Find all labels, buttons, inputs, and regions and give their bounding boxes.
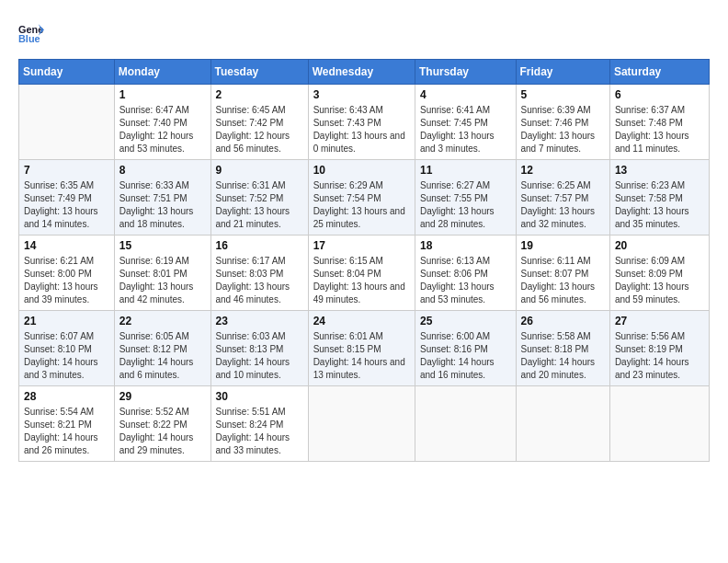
sunrise-text: Sunrise: 6:07 AM [24, 330, 109, 343]
sunrise-text: Sunrise: 6:19 AM [119, 255, 206, 268]
day-info: Sunrise: 5:54 AMSunset: 8:21 PMDaylight:… [24, 406, 109, 457]
day-cell [415, 386, 516, 462]
day-number: 25 [420, 315, 511, 327]
sunrise-text: Sunrise: 6:39 AM [521, 104, 605, 117]
day-cell: 14Sunrise: 6:21 AMSunset: 8:00 PMDayligh… [19, 236, 115, 311]
day-number: 14 [24, 239, 109, 252]
sunset-text: Sunset: 7:49 PM [24, 192, 109, 205]
day-number: 20 [615, 239, 704, 252]
col-header-monday: Monday [114, 60, 210, 85]
daylight-text: Daylight: 14 hours and 16 minutes. [420, 356, 511, 382]
sunrise-text: Sunrise: 6:47 AM [119, 104, 206, 117]
sunrise-text: Sunrise: 6:41 AM [420, 104, 511, 117]
daylight-text: Daylight: 13 hours and 7 minutes. [521, 130, 605, 155]
day-info: Sunrise: 6:11 AMSunset: 8:07 PMDaylight:… [521, 255, 605, 306]
day-info: Sunrise: 6:27 AMSunset: 7:55 PMDaylight:… [420, 179, 511, 231]
day-cell: 2Sunrise: 6:45 AMSunset: 7:42 PMDaylight… [210, 85, 308, 160]
day-cell [19, 85, 115, 160]
daylight-text: Daylight: 13 hours and 53 minutes. [420, 281, 511, 306]
sunrise-text: Sunrise: 6:11 AM [521, 255, 605, 268]
sunrise-text: Sunrise: 6:27 AM [420, 179, 511, 192]
day-info: Sunrise: 6:25 AMSunset: 7:57 PMDaylight:… [521, 179, 605, 231]
daylight-text: Daylight: 13 hours and 3 minutes. [420, 130, 511, 155]
col-header-wednesday: Wednesday [308, 60, 415, 85]
day-info: Sunrise: 5:58 AMSunset: 8:18 PMDaylight:… [521, 330, 605, 382]
daylight-text: Daylight: 14 hours and 3 minutes. [24, 356, 109, 382]
week-row-1: 1Sunrise: 6:47 AMSunset: 7:40 PMDaylight… [19, 85, 710, 160]
day-info: Sunrise: 6:23 AMSunset: 7:58 PMDaylight:… [615, 179, 704, 231]
day-cell: 30Sunrise: 5:51 AMSunset: 8:24 PMDayligh… [210, 386, 308, 462]
day-cell: 25Sunrise: 6:00 AMSunset: 8:16 PMDayligh… [415, 311, 516, 386]
day-info: Sunrise: 6:31 AMSunset: 7:52 PMDaylight:… [216, 179, 303, 231]
sunset-text: Sunset: 7:51 PM [119, 192, 206, 205]
day-cell [609, 386, 709, 462]
sunset-text: Sunset: 8:07 PM [521, 268, 605, 281]
day-info: Sunrise: 6:45 AMSunset: 7:42 PMDaylight:… [216, 104, 303, 155]
sunset-text: Sunset: 8:12 PM [119, 343, 206, 356]
day-number: 3 [313, 88, 410, 101]
sunset-text: Sunset: 8:10 PM [24, 343, 109, 356]
day-number: 5 [521, 88, 605, 101]
daylight-text: Daylight: 13 hours and 18 minutes. [119, 205, 206, 231]
col-header-friday: Friday [516, 60, 609, 85]
daylight-text: Daylight: 13 hours and 28 minutes. [420, 205, 511, 231]
daylight-text: Daylight: 14 hours and 6 minutes. [119, 356, 206, 382]
day-number: 8 [119, 164, 206, 177]
sunset-text: Sunset: 8:19 PM [615, 343, 704, 356]
day-info: Sunrise: 6:03 AMSunset: 8:13 PMDaylight:… [216, 330, 303, 382]
sunrise-text: Sunrise: 5:52 AM [119, 406, 206, 419]
day-number: 30 [216, 390, 303, 403]
sunset-text: Sunset: 8:24 PM [216, 419, 303, 431]
day-info: Sunrise: 6:05 AMSunset: 8:12 PMDaylight:… [119, 330, 206, 382]
sunset-text: Sunset: 7:40 PM [119, 117, 206, 130]
col-header-thursday: Thursday [415, 60, 516, 85]
daylight-text: Daylight: 14 hours and 29 minutes. [119, 431, 206, 457]
sunset-text: Sunset: 8:15 PM [313, 343, 410, 356]
sunset-text: Sunset: 7:48 PM [615, 117, 704, 130]
day-info: Sunrise: 6:37 AMSunset: 7:48 PMDaylight:… [615, 104, 704, 155]
day-cell: 10Sunrise: 6:29 AMSunset: 7:54 PMDayligh… [308, 160, 415, 236]
day-number: 17 [313, 239, 410, 252]
day-number: 27 [615, 315, 704, 327]
sunrise-text: Sunrise: 6:01 AM [313, 330, 410, 343]
daylight-text: Daylight: 13 hours and 14 minutes. [24, 205, 109, 231]
col-header-saturday: Saturday [609, 60, 709, 85]
svg-text:Blue: Blue [18, 33, 40, 44]
sunrise-text: Sunrise: 5:58 AM [521, 330, 605, 343]
day-number: 28 [24, 390, 109, 403]
day-info: Sunrise: 6:21 AMSunset: 8:00 PMDaylight:… [24, 255, 109, 306]
day-cell: 7Sunrise: 6:35 AMSunset: 7:49 PMDaylight… [19, 160, 115, 236]
col-header-sunday: Sunday [19, 60, 115, 85]
day-info: Sunrise: 6:17 AMSunset: 8:03 PMDaylight:… [216, 255, 303, 306]
day-cell: 19Sunrise: 6:11 AMSunset: 8:07 PMDayligh… [516, 236, 609, 311]
sunrise-text: Sunrise: 5:56 AM [615, 330, 704, 343]
day-info: Sunrise: 6:00 AMSunset: 8:16 PMDaylight:… [420, 330, 511, 382]
sunset-text: Sunset: 8:18 PM [521, 343, 605, 356]
daylight-text: Daylight: 13 hours and 25 minutes. [313, 205, 410, 231]
day-cell: 28Sunrise: 5:54 AMSunset: 8:21 PMDayligh… [19, 386, 115, 462]
day-cell: 16Sunrise: 6:17 AMSunset: 8:03 PMDayligh… [210, 236, 308, 311]
day-cell: 17Sunrise: 6:15 AMSunset: 8:04 PMDayligh… [308, 236, 415, 311]
day-cell: 29Sunrise: 5:52 AMSunset: 8:22 PMDayligh… [114, 386, 210, 462]
daylight-text: Daylight: 12 hours and 56 minutes. [216, 130, 303, 155]
day-number: 10 [313, 164, 410, 177]
sunrise-text: Sunrise: 5:54 AM [24, 406, 109, 419]
sunset-text: Sunset: 7:54 PM [313, 192, 410, 205]
day-info: Sunrise: 6:43 AMSunset: 7:43 PMDaylight:… [313, 104, 410, 155]
header-row: SundayMondayTuesdayWednesdayThursdayFrid… [19, 60, 710, 85]
day-cell: 24Sunrise: 6:01 AMSunset: 8:15 PMDayligh… [308, 311, 415, 386]
day-info: Sunrise: 5:56 AMSunset: 8:19 PMDaylight:… [615, 330, 704, 382]
sunset-text: Sunset: 8:09 PM [615, 268, 704, 281]
day-info: Sunrise: 6:47 AMSunset: 7:40 PMDaylight:… [119, 104, 206, 155]
day-number: 23 [216, 315, 303, 327]
day-info: Sunrise: 6:09 AMSunset: 8:09 PMDaylight:… [615, 255, 704, 306]
daylight-text: Daylight: 13 hours and 42 minutes. [119, 281, 206, 306]
day-info: Sunrise: 6:41 AMSunset: 7:45 PMDaylight:… [420, 104, 511, 155]
daylight-text: Daylight: 14 hours and 23 minutes. [615, 356, 704, 382]
day-number: 11 [420, 164, 511, 177]
day-cell: 8Sunrise: 6:33 AMSunset: 7:51 PMDaylight… [114, 160, 210, 236]
day-cell: 4Sunrise: 6:41 AMSunset: 7:45 PMDaylight… [415, 85, 516, 160]
sunset-text: Sunset: 8:06 PM [420, 268, 511, 281]
week-row-2: 7Sunrise: 6:35 AMSunset: 7:49 PMDaylight… [19, 160, 710, 236]
sunrise-text: Sunrise: 5:51 AM [216, 406, 303, 419]
